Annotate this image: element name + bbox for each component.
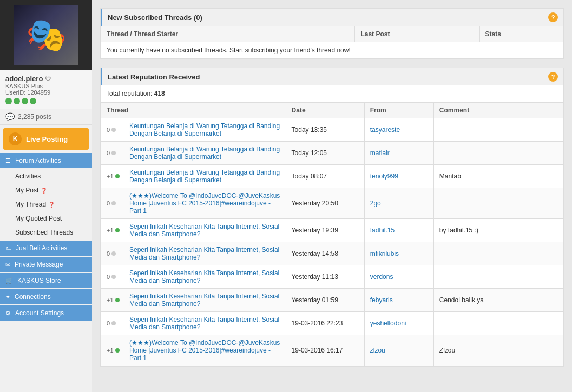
forum-activities-button[interactable]: ☰ Forum Activities: [0, 153, 92, 168]
rep-cell-comment: by fadhil.15 :): [433, 219, 563, 242]
user-id: UserID: 1204959: [5, 89, 87, 96]
sidebar-item-my-quoted-post[interactable]: My Quoted Post: [0, 211, 92, 225]
thread-link[interactable]: Seperi Inikah Keseharian Kita Tanpa Inte…: [129, 293, 280, 308]
my-post-label: My Post: [15, 187, 38, 194]
from-link[interactable]: febyaris: [370, 296, 393, 304]
avatar: 🎭: [14, 5, 78, 65]
rep-dot: [115, 174, 120, 178]
rep-cell-thread: 0 Keuntungan Belanja di Warung Tetangga …: [101, 142, 286, 165]
subscribed-threads-title: New Subscribed Threads (0): [108, 14, 202, 22]
thread-link[interactable]: (★★★)Welcome To @IndoJuveDOC-@JuveKaskus…: [129, 339, 280, 362]
from-link[interactable]: fadhil.15: [370, 227, 395, 234]
rep-dot: [111, 201, 116, 205]
from-link[interactable]: tenoly999: [370, 172, 398, 180]
reputation-info-button[interactable]: ?: [548, 72, 558, 82]
dot-2: [14, 98, 20, 104]
thread-link[interactable]: Seperi Inikah Keseharian Kita Tanpa Inte…: [129, 246, 280, 261]
rep-row: 0 Seperi Inikah Keseharian Kita Tanpa In…: [101, 312, 563, 335]
private-message-button[interactable]: ✉ Private Message: [0, 257, 92, 272]
account-settings-button[interactable]: ⚙ Account Settings: [0, 305, 92, 321]
col-date: Date: [286, 103, 364, 118]
help-icon-thread: ❓: [48, 202, 55, 208]
sidebar-item-activities[interactable]: Activities: [0, 169, 92, 183]
jual-beli-button[interactable]: 🏷 Jual Beli Activities: [0, 241, 92, 256]
rep-cell-from: zlzou: [364, 335, 433, 366]
col-thread-starter: Thread / Thread Starter: [101, 26, 355, 42]
rep-row: 0 Keuntungan Belanja di Warung Tetangga …: [101, 118, 563, 142]
sidebar-item-my-post[interactable]: My Post ❓: [0, 183, 92, 197]
reputation-title: Latest Reputation Received: [108, 73, 200, 81]
rep-row: 0 Seperi Inikah Keseharian Kita Tanpa In…: [101, 242, 563, 265]
rep-cell-thread: +1 Seperi Inikah Keseharian Kita Tanpa I…: [101, 219, 286, 242]
rep-row: 0 (★★★)Welcome To @IndoJuveDOC-@JuveKask…: [101, 188, 563, 219]
from-link[interactable]: mfikrilubis: [370, 250, 399, 257]
rep-cell-comment: [433, 265, 563, 289]
rep-dot: [115, 348, 120, 353]
rep-cell-from: febyaris: [364, 289, 433, 312]
subscribed-threads-table: Thread / Thread Starter Last Post Stats …: [101, 26, 563, 59]
rep-cell-from: yeshellodoni: [364, 312, 433, 335]
status-dots: [5, 98, 87, 104]
rep-cell-from: 2go: [364, 188, 433, 219]
avatar-icon: 🎭: [26, 19, 67, 51]
rep-cell-comment: Cendol balik ya: [433, 289, 563, 312]
store-icon: 🛒: [5, 277, 13, 284]
col-last-post: Last Post: [355, 26, 479, 42]
from-link[interactable]: tasyareste: [370, 126, 400, 134]
rep-cell-comment: [433, 142, 563, 165]
user-role: KASKUS Plus: [5, 83, 87, 89]
my-quoted-post-label: My Quoted Post: [15, 215, 62, 222]
from-link[interactable]: 2go: [370, 200, 381, 207]
thread-link[interactable]: Seperi Inikah Keseharian Kita Tanpa Inte…: [129, 223, 280, 238]
subscribed-info-button[interactable]: ?: [548, 12, 558, 22]
rep-dot: [111, 128, 116, 132]
from-link[interactable]: matiair: [370, 149, 390, 157]
col-stats: Stats: [479, 26, 563, 42]
thread-link[interactable]: Seperi Inikah Keseharian Kita Tanpa Inte…: [129, 316, 280, 331]
connections-button[interactable]: ✦ Connections: [0, 289, 92, 304]
my-thread-label: My Thread: [15, 201, 46, 208]
rep-row: +1 Seperi Inikah Keseharian Kita Tanpa I…: [101, 289, 563, 312]
from-link[interactable]: verdons: [370, 273, 393, 281]
rep-cell-comment: Mantab: [433, 165, 563, 188]
thread-link[interactable]: Keuntungan Belanja di Warung Tetangga di…: [129, 122, 280, 137]
dot-3: [22, 98, 28, 104]
rep-cell-date: Today 12:05: [286, 142, 364, 165]
thread-link[interactable]: Keuntungan Belanja di Warung Tetangga di…: [129, 169, 280, 184]
col-from: From: [364, 103, 433, 118]
sidebar-item-subscribed-threads[interactable]: Subscribed Threads: [0, 225, 92, 240]
avatar-area: 🎭: [0, 0, 92, 70]
live-posting-button[interactable]: K Live Posting: [3, 128, 89, 150]
rep-cell-thread: +1 (★★★)Welcome To @IndoJuveDOC-@JuveKas…: [101, 335, 286, 366]
user-info: adoel.piero 🛡 KASKUS Plus UserID: 120495…: [0, 70, 92, 109]
reputation-table: Thread Date From Comment 0 Keuntungan Be…: [101, 102, 563, 366]
kaskus-store-button[interactable]: 🛒 KASKUS Store: [0, 273, 92, 288]
rep-score: 0: [107, 320, 110, 327]
rep-cell-date: Yesterday 20:50: [286, 188, 364, 219]
thread-link[interactable]: Keuntungan Belanja di Warung Tetangga di…: [129, 145, 280, 161]
col-comment: Comment: [433, 103, 563, 118]
sidebar-item-my-thread[interactable]: My Thread ❓: [0, 197, 92, 211]
comment-icon: 💬: [5, 112, 15, 121]
rep-score: 0: [107, 127, 110, 133]
posts-count: 💬 2,285 posts: [0, 109, 92, 125]
connections-icon: ✦: [5, 294, 10, 301]
forum-icon: ☰: [5, 157, 11, 164]
jual-beli-icon: 🏷: [5, 245, 11, 251]
from-link[interactable]: yeshellodoni: [370, 320, 406, 327]
rep-row: 0 Seperi Inikah Keseharian Kita Tanpa In…: [101, 265, 563, 289]
thread-link[interactable]: Seperi Inikah Keseharian Kita Tanpa Inte…: [129, 269, 280, 284]
thread-link[interactable]: (★★★)Welcome To @IndoJuveDOC-@JuveKaskus…: [129, 192, 280, 215]
from-link[interactable]: zlzou: [370, 347, 385, 354]
rep-score: 0: [107, 274, 110, 280]
rep-dot: [111, 251, 116, 256]
rep-cell-date: 19-03-2016 22:23: [286, 312, 364, 335]
empty-message: You currently have no subscribed threads…: [101, 42, 563, 59]
rep-cell-date: Yesterday 14:58: [286, 242, 364, 265]
shield-icon: 🛡: [45, 76, 51, 82]
rep-score: +1: [107, 173, 114, 180]
rep-cell-from: mfikrilubis: [364, 242, 433, 265]
rep-score: +1: [107, 227, 114, 234]
help-icon-post: ❓: [41, 188, 47, 194]
reputation-total: Total reputation: 418: [101, 85, 563, 102]
